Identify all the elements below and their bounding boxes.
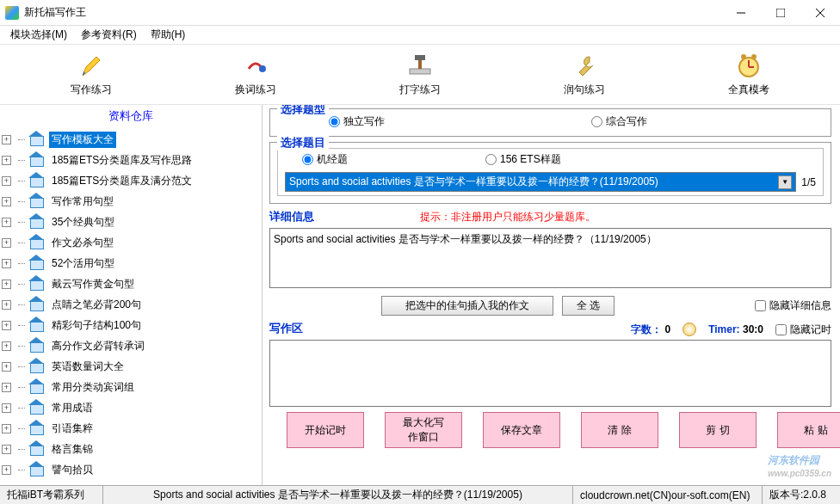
expand-icon[interactable]: + — [2, 403, 11, 413]
expand-icon[interactable]: + — [2, 176, 11, 186]
house-icon — [28, 194, 46, 208]
tree-item[interactable]: +引语集粹 — [2, 418, 260, 439]
menu-reference[interactable]: 参考资料(R) — [74, 26, 144, 44]
tree-item[interactable]: +常用分类动宾词组 — [2, 377, 260, 397]
tree-item[interactable]: +英语数量词大全 — [2, 356, 260, 377]
tree-item-label: 戴云写作黄金句型 — [49, 276, 137, 292]
clock-icon — [735, 52, 763, 79]
titlebar: 新托福写作王 — [0, 0, 840, 26]
radio-integrated[interactable]: 综合写作 — [591, 114, 647, 129]
tree-item[interactable]: +185篇ETS分类题库及满分范文 — [2, 170, 260, 191]
tree-item[interactable]: +35个经典句型 — [2, 212, 260, 232]
expand-icon[interactable]: + — [2, 321, 11, 330]
chevron-down-icon[interactable]: ▼ — [778, 175, 792, 189]
hide-detail-check[interactable]: 隐藏详细信息 — [755, 298, 831, 313]
toolbar: 写作练习 换词练习 打字练习 润句练习 全真模考 — [0, 45, 840, 105]
word-count-value: 0 — [664, 323, 670, 335]
expand-icon[interactable]: + — [2, 362, 11, 372]
expand-icon[interactable]: + — [2, 238, 11, 248]
timer-clock-icon — [682, 323, 696, 336]
expand-icon[interactable]: + — [2, 445, 11, 454]
house-icon — [28, 401, 46, 415]
expand-icon[interactable]: + — [2, 424, 11, 433]
question-type-group: 选择题型 独立写作 综合写作 — [269, 108, 831, 137]
clear-button[interactable]: 清 除 — [581, 412, 658, 448]
expand-icon[interactable]: + — [2, 280, 11, 289]
question-combo[interactable]: Sports and social activities 是否与学术一样重要以及… — [285, 172, 796, 192]
save-article-button[interactable]: 保存文章 — [483, 412, 560, 448]
tree-item[interactable]: +格言集锦 — [2, 439, 260, 459]
radio-independent[interactable]: 独立写作 — [329, 114, 385, 129]
sidebar: 资料仓库 +写作模板大全+185篇ETS分类题库及写作思路+185篇ETS分类题… — [0, 105, 262, 485]
tree-item[interactable]: +52个活用句型 — [2, 253, 260, 274]
toolbar-words[interactable]: 换词练习 — [173, 48, 337, 101]
radio-ets-input[interactable] — [485, 154, 497, 165]
expand-icon[interactable]: + — [2, 135, 11, 144]
paste-button[interactable]: 粘 贴 — [777, 412, 840, 448]
expand-icon[interactable]: + — [2, 156, 11, 165]
expand-icon[interactable]: + — [2, 197, 11, 206]
select-all-button[interactable]: 全 选 — [562, 296, 615, 316]
house-icon — [28, 215, 46, 229]
close-icon — [816, 9, 825, 17]
insert-sentence-button[interactable]: 把选中的佳句插入我的作文 — [381, 296, 553, 316]
house-icon — [28, 421, 46, 435]
house-icon — [28, 318, 46, 332]
svg-rect-1 — [776, 9, 785, 17]
expand-icon[interactable]: + — [2, 259, 11, 268]
maximize-write-button[interactable]: 最大化写作窗口 — [385, 412, 462, 448]
toolbar-exam[interactable]: 全真模考 — [667, 48, 831, 101]
page-indicator: 1/5 — [801, 176, 816, 188]
tree-item-label: 常用分类动宾词组 — [49, 379, 137, 396]
house-icon — [28, 463, 46, 476]
hint-text: 提示：非注册用户只能练习少量题库。 — [420, 211, 596, 223]
radio-ets[interactable]: 156 ETS样题 — [485, 152, 561, 167]
write-textarea[interactable] — [269, 340, 831, 407]
toolbar-typing[interactable]: 打字练习 — [337, 48, 502, 101]
question-combo-text: Sports and social activities 是否与学术一样重要以及… — [289, 175, 778, 189]
expand-icon[interactable]: + — [2, 300, 11, 310]
tree-item[interactable]: +常用成语 — [2, 397, 260, 418]
tree-item-label: 常用成语 — [49, 400, 96, 416]
radio-jijing[interactable]: 机经题 — [302, 152, 348, 167]
toolbar-writing[interactable]: 写作练习 — [9, 48, 173, 101]
tree-item[interactable]: +精彩句子结构100句 — [2, 315, 260, 335]
hide-timer-checkbox[interactable] — [775, 324, 787, 335]
expand-icon[interactable]: + — [2, 465, 11, 475]
start-timer-button[interactable]: 开始记时 — [287, 412, 364, 448]
app-icon — [5, 6, 19, 20]
maximize-icon — [776, 9, 785, 17]
tree-item[interactable]: +写作常用句型 — [2, 191, 260, 212]
main-area: 资料仓库 +写作模板大全+185篇ETS分类题库及写作思路+185篇ETS分类题… — [0, 105, 840, 485]
minimize-button[interactable] — [721, 0, 761, 26]
statusbar: 托福iBT考霸系列 Sports and social activities 是… — [0, 485, 840, 504]
svg-point-6 — [259, 65, 266, 72]
tree-item[interactable]: +譬句拾贝 — [2, 459, 260, 480]
cut-button[interactable]: 剪 切 — [679, 412, 757, 448]
tree-item[interactable]: +高分作文必背转承词 — [2, 335, 260, 356]
close-button[interactable] — [800, 0, 840, 26]
pencil-icon — [77, 52, 105, 79]
expand-icon[interactable]: + — [2, 383, 11, 392]
radio-integrated-input[interactable] — [591, 116, 602, 127]
expand-icon[interactable]: + — [2, 341, 11, 351]
expand-icon[interactable]: + — [2, 218, 11, 227]
hide-detail-checkbox[interactable] — [755, 300, 766, 311]
house-icon — [28, 174, 46, 187]
tree-item[interactable]: +点睛之笔必背200句 — [2, 294, 260, 315]
tree-item[interactable]: +185篇ETS分类题库及写作思路 — [2, 150, 260, 170]
maximize-button[interactable] — [761, 0, 800, 26]
tree-item-label: 写作常用句型 — [49, 194, 116, 210]
menu-modules[interactable]: 模块选择(M) — [3, 26, 74, 44]
detail-textarea[interactable] — [269, 228, 831, 288]
tree[interactable]: +写作模板大全+185篇ETS分类题库及写作思路+185篇ETS分类题库及满分范… — [0, 127, 262, 485]
menu-help[interactable]: 帮助(H) — [144, 26, 193, 44]
radio-jijing-input[interactable] — [302, 154, 313, 165]
tree-item[interactable]: +戴云写作黄金句型 — [2, 274, 260, 294]
tree-item[interactable]: +作文必杀句型 — [2, 232, 260, 253]
toolbar-sentence[interactable]: 润句练习 — [503, 48, 667, 101]
tree-item[interactable]: +写作模板大全 — [2, 129, 260, 150]
status-version: 版本号:2.0.8 — [763, 486, 840, 504]
hide-timer-check[interactable]: 隐藏记时 — [775, 323, 831, 337]
radio-independent-input[interactable] — [329, 116, 340, 127]
